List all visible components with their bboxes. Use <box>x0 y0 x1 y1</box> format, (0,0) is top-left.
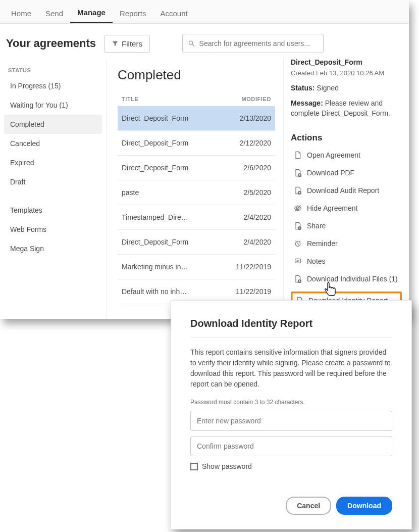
confirm-password-field[interactable] <box>190 436 392 456</box>
action-label: Open Agreement <box>307 151 360 159</box>
filters-button[interactable]: Filters <box>104 35 150 53</box>
row-modified: 2/4/2020 <box>217 230 275 255</box>
new-password-field[interactable] <box>190 411 392 431</box>
action-share[interactable]: Share <box>291 221 402 231</box>
table-row[interactable]: Timestamped_Dire…2/4/2020 <box>118 205 275 230</box>
details-panel: Direct_Deposit_Form Created Feb 13, 2020… <box>284 58 409 319</box>
sidebar-item-status-3[interactable]: Canceled <box>4 134 102 153</box>
row-modified: 2/5/2020 <box>217 180 275 205</box>
action-label: Hide Agreement <box>307 204 357 212</box>
sidebar-item-other-1[interactable]: Web Forms <box>4 220 102 239</box>
col-modified[interactable]: MODIFIED <box>217 92 275 106</box>
row-title: Direct_Deposit_Form <box>118 131 217 156</box>
tab-send[interactable]: Send <box>38 5 70 23</box>
center-heading: Completed <box>118 67 275 83</box>
download-audit-icon <box>294 186 302 195</box>
tab-manage[interactable]: Manage <box>70 4 113 23</box>
action-hide-agreement[interactable]: Hide Agreement <box>291 203 402 213</box>
download-pdf-icon <box>294 169 302 177</box>
row-title: Direct_Deposit_Form <box>118 156 217 180</box>
sidebar-item-status-1[interactable]: Waiting for You (1) <box>4 95 102 115</box>
center-panel: Completed TITLE MODIFIED Direct_Deposit_… <box>106 58 284 319</box>
sidebar-item-status-4[interactable]: Expired <box>4 153 102 172</box>
row-title: Timestamped_Dire… <box>118 205 217 230</box>
action-download-audit-report[interactable]: Download Audit Report <box>291 185 402 196</box>
search-icon <box>188 39 195 47</box>
message-line: Message: Please review and complete Dire… <box>291 98 402 119</box>
sidebar-item-status-0[interactable]: In Progress (15) <box>4 76 102 95</box>
action-label: Reminder <box>307 239 338 248</box>
row-modified: 11/22/2019 <box>217 255 275 279</box>
toolbar: Your agreements Filters <box>0 24 409 58</box>
action-open-agreement[interactable]: Open Agreement <box>291 150 402 160</box>
svg-rect-8 <box>295 259 301 263</box>
created-line: Created Feb 13, 2020 10:26 AM <box>291 69 402 77</box>
show-password-toggle[interactable]: Show password <box>190 462 392 470</box>
sidebar-item-status-5[interactable]: Draft <box>4 172 102 191</box>
cancel-button[interactable]: Cancel <box>286 497 331 515</box>
filter-icon <box>112 40 119 47</box>
reminder-icon <box>294 239 302 248</box>
password-hint: Password must contain 3 to 32 characters… <box>190 399 392 406</box>
action-label: Notes <box>307 257 326 265</box>
modal-title: Download Identity Report <box>190 318 392 329</box>
modal-description: This report contains sensitive informati… <box>190 347 392 390</box>
action-download-pdf[interactable]: Download PDF <box>291 168 402 178</box>
row-modified: 2/4/2020 <box>217 205 275 230</box>
show-password-label: Show password <box>202 462 252 470</box>
filters-label: Filters <box>122 39 142 48</box>
action-label: Download Audit Report <box>307 186 379 195</box>
share-icon <box>294 222 302 230</box>
sidebar-item-other-0[interactable]: Templates <box>4 201 102 220</box>
tab-home[interactable]: Home <box>4 5 38 23</box>
search-box[interactable] <box>182 34 324 53</box>
action-notes[interactable]: Notes <box>291 256 402 266</box>
status-group-label: STATUS <box>4 64 102 76</box>
download-files-icon <box>294 275 302 283</box>
svg-line-1 <box>192 44 194 46</box>
sidebar-item-other-2[interactable]: Mega Sign <box>4 239 102 258</box>
table-row[interactable]: Marketing minus in…11/22/2019 <box>118 255 275 279</box>
checkbox-icon[interactable] <box>190 463 198 470</box>
search-input[interactable] <box>199 39 318 47</box>
svg-point-0 <box>189 41 192 44</box>
hide-icon <box>294 204 302 212</box>
sidebar: STATUS In Progress (15)Waiting for You (… <box>0 58 106 319</box>
table-row[interactable]: Direct_Deposit_Form2/4/2020 <box>118 230 275 255</box>
page-title: Your agreements <box>6 37 98 50</box>
action-reminder[interactable]: Reminder <box>291 238 402 249</box>
action-label: Download PDF <box>307 169 354 177</box>
action-label: Share <box>307 222 326 230</box>
tab-account[interactable]: Account <box>153 5 194 23</box>
action-label: Download Individual Files (1) <box>307 275 398 283</box>
download-identity-modal: Download Identity Report This report con… <box>171 300 412 529</box>
sidebar-item-status-2[interactable]: Completed <box>4 115 102 134</box>
status-line: Status: Signed <box>291 84 402 92</box>
doc-title: Direct_Deposit_Form <box>291 58 402 66</box>
row-title: Direct_Deposit_Form <box>118 230 217 255</box>
table-row[interactable]: Direct_Deposit_Form2/12/2020 <box>118 131 275 156</box>
table-row[interactable]: paste2/5/2020 <box>118 180 275 205</box>
actions-heading: Actions <box>291 133 402 143</box>
agreements-table: TITLE MODIFIED Direct_Deposit_Form2/13/2… <box>118 92 275 304</box>
tab-reports[interactable]: Reports <box>113 5 153 23</box>
row-modified: 2/6/2020 <box>217 156 275 180</box>
top-nav: HomeSendManageReportsAccount <box>0 0 409 24</box>
download-button[interactable]: Download <box>336 497 392 515</box>
row-title: Marketing minus in… <box>118 255 217 279</box>
file-icon <box>294 151 302 159</box>
row-title: paste <box>118 180 217 205</box>
row-modified: 2/13/2020 <box>217 106 275 131</box>
table-row[interactable]: Direct_Deposit_Form2/13/2020 <box>118 106 275 131</box>
row-title: Direct_Deposit_Form <box>118 106 217 131</box>
table-row[interactable]: Direct_Deposit_Form2/6/2020 <box>118 156 275 180</box>
notes-icon <box>294 257 302 265</box>
action-download-individual-files-1-[interactable]: Download Individual Files (1) <box>291 274 402 284</box>
cursor-pointer-icon <box>323 281 337 298</box>
row-modified: 2/12/2020 <box>217 131 275 156</box>
col-title[interactable]: TITLE <box>118 92 217 106</box>
